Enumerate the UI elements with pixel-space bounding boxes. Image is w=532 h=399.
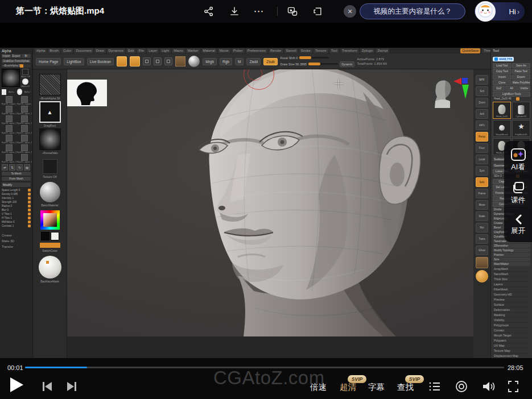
- alpha-off-thumb[interactable]: [22, 69, 28, 75]
- right-shelf-icon[interactable]: Ghost: [476, 246, 488, 255]
- previous-button[interactable]: [41, 381, 53, 392]
- tool-subsection[interactable]: Preview: [493, 297, 530, 302]
- zbrush-menu-item[interactable]: Picker: [232, 48, 245, 53]
- tool-subsection[interactable]: Thick Skin: [493, 277, 530, 282]
- tool-thumb[interactable]: Head_Za20: [493, 102, 511, 119]
- tool-button[interactable]: GoZ: [493, 86, 505, 91]
- material-sphere-icon[interactable]: [188, 56, 200, 67]
- tool-button[interactable]: All: [505, 86, 517, 91]
- right-shelf-icon[interactable]: [476, 270, 488, 282]
- zbrush-menu-item[interactable]: Alpha: [35, 48, 47, 53]
- zbrush-menu-item[interactable]: File: [137, 48, 146, 53]
- scale-icon[interactable]: [154, 57, 162, 65]
- slider-handle[interactable]: [28, 197, 31, 200]
- tool-button[interactable]: Visible: [518, 86, 530, 91]
- tool-subsection[interactable]: Contact: [493, 328, 530, 333]
- lightbox-tools-button[interactable]: LightBox>Tools: [493, 92, 530, 97]
- alpha-grid-cell[interactable]: Eye08_upper_R: [17, 106, 32, 115]
- right-shelf-icon[interactable]: Zoom: [476, 98, 488, 107]
- zbrush-menu-item[interactable]: Layer: [147, 48, 159, 53]
- alpha-grid-thumb[interactable]: [21, 106, 28, 113]
- flip-h-icon[interactable]: ⇄: [2, 164, 8, 171]
- tool-subsection[interactable]: Morph Target: [493, 333, 530, 338]
- tool-subsection[interactable]: Masking: [493, 313, 530, 318]
- playback-speed-button[interactable]: 倍速: [310, 382, 327, 393]
- fullscreen-icon[interactable]: [506, 380, 520, 393]
- sculpt-canvas[interactable]: [67, 69, 473, 336]
- alpha-grid-thumb[interactable]: [6, 115, 13, 122]
- tool-subsection[interactable]: Texture Map: [493, 348, 530, 354]
- move-icon[interactable]: [143, 57, 151, 65]
- ai-assistant-button[interactable]: Hi ›: [475, 2, 525, 20]
- right-shelf-icon[interactable]: Local: [476, 155, 488, 164]
- rotate-alpha-icon[interactable]: ↻: [17, 164, 23, 171]
- texture-swatch-icon[interactable]: [175, 56, 185, 66]
- alpha-grid-cell[interactable]: Eye08_upper_L: [2, 106, 17, 115]
- lightbox-button[interactable]: LightBox: [64, 58, 84, 65]
- expand-button[interactable]: 展开: [511, 214, 525, 236]
- tile-alpha-icon[interactable]: ▤: [24, 164, 30, 171]
- right-shelf-icon[interactable]: Persp: [476, 132, 488, 142]
- tool-subsection[interactable]: Polypaint: [493, 338, 530, 343]
- next-button[interactable]: [65, 381, 78, 392]
- rgb-button[interactable]: Rgb: [220, 58, 232, 65]
- tool-button[interactable]: Load Tool: [493, 63, 512, 68]
- alpha-grid-cell[interactable]: Eye05_upper_R: [17, 154, 32, 163]
- right-shelf-icon[interactable]: Floor: [476, 143, 488, 153]
- zbrush-menu-item[interactable]: Zplugin: [360, 48, 375, 53]
- slider-handle[interactable]: [28, 209, 31, 211]
- axis-gizmo[interactable]: [453, 76, 472, 101]
- slider-handle[interactable]: [28, 201, 31, 203]
- tool-slider[interactable]: Head_Za20 48: [493, 97, 530, 101]
- side-window-icon[interactable]: [311, 5, 324, 18]
- rotate-icon[interactable]: [164, 57, 172, 65]
- stroke-thumb[interactable]: ▲: [39, 101, 61, 123]
- alpha-grid-cell[interactable]: Eye08_copper_L: [2, 96, 17, 105]
- alpha-grid-cell[interactable]: Eye05_upper_R: [17, 125, 32, 134]
- zbrush-menu-item[interactable]: Document: [74, 48, 93, 53]
- right-shelf-icon[interactable]: Rot: [476, 223, 488, 232]
- slider-handle[interactable]: [28, 217, 31, 219]
- alpha-grid-thumb[interactable]: [6, 144, 13, 151]
- slider-handle[interactable]: [28, 193, 31, 196]
- grabdoc-button[interactable]: GrabDoc FromAlphas: [2, 59, 31, 63]
- tool-button[interactable]: Save As: [512, 63, 531, 68]
- zbrush-menu-item[interactable]: Zscript: [376, 48, 389, 53]
- draw-size-slider[interactable]: [308, 63, 338, 65]
- zadd-button[interactable]: Zadd: [246, 58, 261, 65]
- geometry-subsection[interactable]: Modify Topology: [493, 248, 530, 252]
- alpha-28-thumb[interactable]: [2, 89, 6, 95]
- alpha-button[interactable]: Br: [22, 54, 31, 58]
- draw-mode-icon[interactable]: [130, 56, 140, 66]
- alpha-bottom-item[interactable]: Transfer: [2, 244, 31, 250]
- slider-handle[interactable]: [28, 213, 31, 215]
- play-button[interactable]: [10, 377, 23, 392]
- right-shelf-icon[interactable]: BPR: [476, 75, 488, 85]
- alpha-grid-cell[interactable]: Eye08_upper_R: [17, 115, 32, 124]
- current-brush-thumb[interactable]: [39, 74, 61, 95]
- alpha-01-thumb[interactable]: [22, 78, 28, 85]
- mask-material-thumb[interactable]: [39, 256, 61, 279]
- tool-thumb[interactable]: SimpleBrush: [493, 120, 511, 137]
- switch-color-button[interactable]: [40, 243, 60, 248]
- alpha-grid-cell[interactable]: Eye05_upper_M: [2, 135, 17, 144]
- search-button[interactable]: 查找: [397, 382, 414, 393]
- tool-thumb[interactable]: Cylinder3D: [512, 102, 530, 119]
- pip-icon[interactable]: [286, 5, 299, 18]
- video-frame[interactable]: AlphaBrushColorDocumentDrawDynamicsEditF…: [0, 23, 532, 358]
- alpha-grid-thumb[interactable]: [21, 135, 28, 142]
- polycount-badge[interactable]: 4448,778: [493, 57, 514, 61]
- tool-subsection[interactable]: UV Map: [493, 343, 530, 348]
- zbrush-menu-item[interactable]: Color: [61, 48, 73, 53]
- alpha-mesh-button[interactable]: From Mesh: [2, 177, 31, 181]
- modify-section-header[interactable]: Modify: [2, 182, 31, 187]
- slider-handle[interactable]: [28, 189, 31, 192]
- tool-subsection[interactable]: Surface: [493, 302, 530, 307]
- ai-view-button[interactable]: AI看: [511, 148, 526, 172]
- zbrush-menu-item[interactable]: Dynamics: [107, 48, 125, 53]
- right-shelf-icon[interactable]: Sym: [476, 166, 488, 176]
- alpha-mesh-button[interactable]: To Mesh: [2, 172, 31, 176]
- flip-v-icon[interactable]: ⇅: [9, 164, 15, 171]
- zsub-button[interactable]: Zsub: [263, 58, 277, 65]
- alpha-grid-cell[interactable]: Eye05_upper_B: [2, 144, 17, 153]
